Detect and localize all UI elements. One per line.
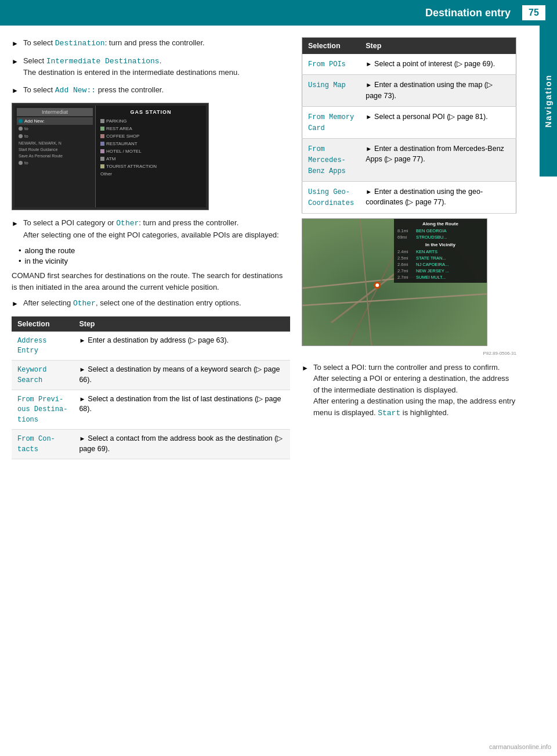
screen-icon-coffee bbox=[100, 134, 104, 138]
map-entry-ken-arts: 2.4mi KEN ARTS bbox=[397, 249, 483, 255]
map-entry-new-jersey: 2.7mi NEW JERSEY ... bbox=[397, 268, 483, 274]
sel-label-using-map: Using Map bbox=[308, 81, 346, 89]
bullet-item-1: ► To select Destination: turn and press … bbox=[12, 37, 290, 49]
screen-icon-dot bbox=[19, 127, 23, 131]
sub-bullet-text-vicinity: in the vicinity bbox=[25, 257, 68, 265]
table-cell-using-map: Using Map bbox=[302, 75, 360, 107]
page-number: 75 bbox=[522, 5, 545, 20]
right-table-header-step: Step bbox=[360, 38, 516, 55]
arrow-keyword: ► bbox=[79, 366, 85, 373]
screen-item-save-route: Save As Personal Route bbox=[17, 153, 93, 159]
arrow-mb-apps: ► bbox=[366, 145, 372, 152]
screen-icon-dot2 bbox=[19, 134, 23, 138]
screen-icon-parking bbox=[100, 119, 104, 123]
table-cell-address-step: ►Enter a destination by address (▷ page … bbox=[73, 332, 290, 361]
map-overlay: Along the Route 8.1mi BEN GEORGIA 69mi S… bbox=[394, 219, 487, 283]
code-intermediate: Intermediate Destinations bbox=[46, 57, 160, 66]
bullet-select-poi: ► To select a POI: turn the controller a… bbox=[302, 362, 516, 419]
table-cell-contacts: From Con-tacts bbox=[12, 430, 73, 459]
screen-item-to2: to bbox=[17, 132, 93, 140]
table-row: From Con-tacts ►Select a contact from th… bbox=[12, 430, 290, 459]
screen-item-other: Other bbox=[98, 170, 204, 178]
table-cell-geo-coords-step: ►Enter a destination using the geo-coord… bbox=[360, 181, 516, 213]
table-cell-prev-step: ►Select a destination from the list of l… bbox=[73, 390, 290, 429]
table-cell-memory-card: From MemoryCard bbox=[302, 106, 360, 138]
right-column: Selection Step From POIs ►Select a point… bbox=[302, 37, 516, 466]
screen-icon-restaurant bbox=[100, 142, 104, 146]
table-cell-address-entry: AddressEntry bbox=[12, 332, 73, 361]
right-selection-table: Selection Step From POIs ►Select a point… bbox=[302, 37, 516, 214]
screen-icon-dot3 bbox=[19, 161, 23, 165]
sub-bullet-text-along: along the route bbox=[25, 246, 75, 255]
sel-label-memory-card: From MemoryCard bbox=[308, 113, 354, 132]
screenshot-box: Intermediat Add New: to to NEWARK, N bbox=[12, 103, 209, 210]
sel-label-contacts: From Con-tacts bbox=[17, 435, 55, 453]
screen-item-to1: to bbox=[17, 125, 93, 132]
bullet-text-3: To select Add New:: press the controller… bbox=[23, 84, 164, 96]
table-row: From Previ-ous Destina-tions ►Select a d… bbox=[12, 390, 290, 429]
screen-left-panel: Intermediat Add New: to to NEWARK, N bbox=[15, 106, 96, 207]
arrow-contacts: ► bbox=[79, 435, 85, 442]
right-table-header-selection: Selection bbox=[302, 38, 360, 55]
arrow-memory-card: ► bbox=[366, 113, 372, 120]
map-entry-sumei: 2.7mi SUMEI MULT... bbox=[397, 274, 483, 280]
map-entry-stroudsbu: 69mi STROUDSBU... bbox=[397, 234, 483, 240]
side-navigation-tab: Navigation bbox=[540, 26, 557, 177]
table-cell-keyword: KeywordSearch bbox=[12, 361, 73, 390]
sel-label-geo-coords: Using Geo-Coordinates bbox=[308, 188, 354, 207]
table-cell-mb-apps-step: ►Enter a destination from Mercedes-Benz … bbox=[360, 138, 516, 181]
screen-item-atm: ATM bbox=[98, 155, 204, 163]
table-cell-contacts-step: ►Select a contact from the address book … bbox=[73, 430, 290, 459]
arrow-from-pois: ► bbox=[366, 60, 372, 67]
watermark: carmanualsonline.info bbox=[489, 743, 551, 750]
screen-icon-hotel bbox=[100, 149, 104, 153]
map-entry-state-tran: 2.5mi STATE TRAN... bbox=[397, 255, 483, 261]
bullet-arrow-1: ► bbox=[12, 38, 19, 49]
code-other-2: Other bbox=[73, 299, 96, 308]
table-row: From POIs ►Select a point of interest (▷… bbox=[302, 54, 516, 75]
screen-item-rest: REST AREA bbox=[98, 125, 204, 132]
bullet-arrow-after-other: ► bbox=[12, 298, 19, 309]
map-section-vicinity-title: In the Vicinity bbox=[397, 242, 483, 247]
left-column: ► To select Destination: turn and press … bbox=[12, 37, 290, 466]
table-cell-keyword-step: ►Select a destination by means of a keyw… bbox=[73, 361, 290, 390]
sel-label-mb-apps: FromMercedes-Benz Apps bbox=[308, 145, 346, 175]
screen-right-title: GAS STATION bbox=[98, 108, 204, 116]
table-row: KeywordSearch ►Select a destination by m… bbox=[12, 361, 290, 390]
bullet-item-2: ► Select Intermediate Destinations. The … bbox=[12, 55, 290, 78]
code-destination: Destination bbox=[55, 39, 105, 48]
map-caption: P82.89-0506-31 bbox=[302, 351, 516, 356]
bullet-arrow-poi: ► bbox=[12, 218, 19, 229]
screen-icon-teal bbox=[19, 119, 23, 123]
screen-icon-atm bbox=[100, 157, 104, 161]
bullet-text-1: To select Destination: turn and press th… bbox=[23, 37, 205, 49]
svg-point-8 bbox=[375, 283, 379, 287]
bullet-arrow-select-poi: ► bbox=[302, 363, 309, 373]
screen-item-start-route: Start Route Guidance bbox=[17, 146, 93, 153]
code-start: Start bbox=[378, 409, 400, 417]
bullet-poi-category: ► To select a POI category or Other: tur… bbox=[12, 217, 290, 240]
left-selection-table: Selection Step AddressEntry ►Enter a des… bbox=[12, 316, 290, 459]
sel-label-prev: From Previ-ous Destina-tions bbox=[17, 395, 67, 424]
left-table-header-selection: Selection bbox=[12, 316, 73, 332]
table-row: Using Map ►Enter a destination using the… bbox=[302, 75, 516, 107]
map-box: Along the Route 8.1mi BEN GEORGIA 69mi S… bbox=[302, 218, 487, 346]
sel-label-address: AddressEntry bbox=[17, 337, 46, 355]
screen-item-tourist: TOURIST ATTRACTION bbox=[98, 163, 204, 170]
bullet-text-poi: To select a POI category or Other: turn … bbox=[23, 217, 279, 240]
comand-text: COMAND first searches for destinations o… bbox=[12, 270, 290, 293]
table-row: AddressEntry ►Enter a destination by add… bbox=[12, 332, 290, 361]
map-section-along-title: Along the Route bbox=[397, 221, 483, 226]
table-cell-mb-apps: FromMercedes-Benz Apps bbox=[302, 138, 360, 181]
bullet-item-3: ► To select Add New:: press the controll… bbox=[12, 84, 290, 96]
bullet-text-2: Select Intermediate Destinations. The de… bbox=[23, 55, 240, 78]
table-cell-from-pois-step: ►Select a point of interest (▷ page 69). bbox=[360, 54, 516, 75]
table-row: From MemoryCard ►Select a personal POI (… bbox=[302, 106, 516, 138]
screen-item-hotel: HOTEL / MOTEL bbox=[98, 147, 204, 155]
screen-icon-rest bbox=[100, 127, 104, 131]
code-other-1: Other bbox=[116, 219, 139, 228]
sub-bullet-vicinity: in the vicinity bbox=[19, 257, 290, 265]
screen-item-newark: NEWARK, NEWARK, N bbox=[17, 140, 93, 146]
table-cell-geo-coords: Using Geo-Coordinates bbox=[302, 181, 360, 213]
screen-item-restaurant: RESTAURANT bbox=[98, 140, 204, 147]
